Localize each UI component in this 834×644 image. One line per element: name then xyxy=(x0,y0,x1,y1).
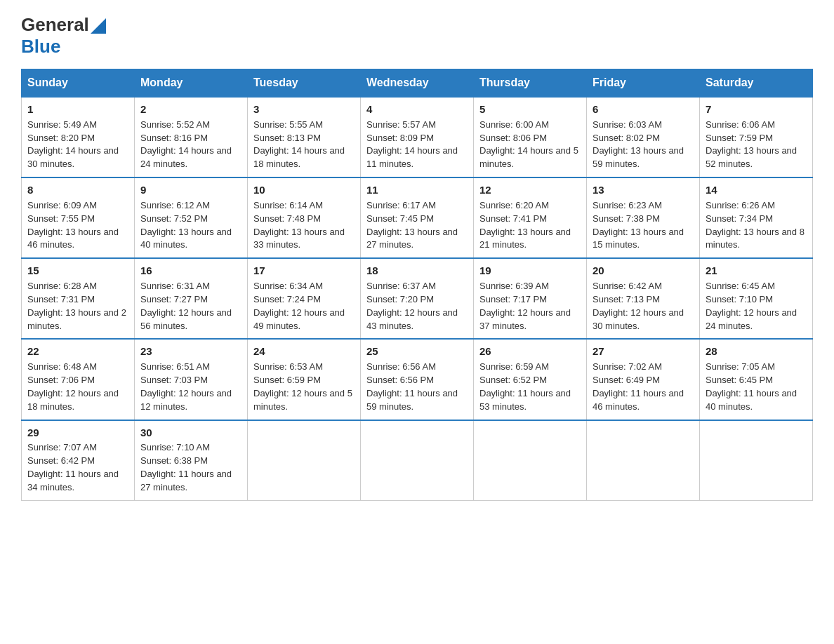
logo: General Blue xyxy=(21,14,106,58)
weekday-header-row: Sunday Monday Tuesday Wednesday Thursday… xyxy=(22,69,813,98)
calendar-cell: 7Sunrise: 6:06 AMSunset: 7:59 PMDaylight… xyxy=(700,97,813,177)
calendar-week-3: 15Sunrise: 6:28 AMSunset: 7:31 PMDayligh… xyxy=(22,258,813,339)
calendar-cell xyxy=(248,420,361,501)
calendar-cell: 16Sunrise: 6:31 AMSunset: 7:27 PMDayligh… xyxy=(135,258,248,339)
day-number: 27 xyxy=(593,344,694,359)
logo-triangle-icon xyxy=(91,18,106,34)
day-number: 21 xyxy=(706,263,807,279)
header-sunday: Sunday xyxy=(22,69,135,98)
day-number: 5 xyxy=(479,102,581,117)
day-number: 6 xyxy=(593,102,694,117)
calendar-cell: 5Sunrise: 6:00 AMSunset: 8:06 PMDaylight… xyxy=(474,97,587,177)
day-number: 26 xyxy=(479,344,581,359)
calendar-cell: 13Sunrise: 6:23 AMSunset: 7:38 PMDayligh… xyxy=(587,177,700,258)
day-number: 29 xyxy=(27,425,128,441)
logo-blue: Blue xyxy=(21,36,60,58)
calendar-cell: 11Sunrise: 6:17 AMSunset: 7:45 PMDayligh… xyxy=(361,177,474,258)
day-number: 17 xyxy=(253,263,355,279)
day-number: 23 xyxy=(140,344,241,359)
header-tuesday: Tuesday xyxy=(248,69,361,98)
day-number: 7 xyxy=(706,102,807,117)
calendar-cell: 12Sunrise: 6:20 AMSunset: 7:41 PMDayligh… xyxy=(474,177,587,258)
day-number: 12 xyxy=(479,182,581,198)
calendar-cell xyxy=(700,420,813,501)
calendar-cell xyxy=(587,420,700,501)
calendar-cell: 19Sunrise: 6:39 AMSunset: 7:17 PMDayligh… xyxy=(474,258,587,339)
calendar-week-5: 29Sunrise: 7:07 AMSunset: 6:42 PMDayligh… xyxy=(22,420,813,501)
calendar-cell: 10Sunrise: 6:14 AMSunset: 7:48 PMDayligh… xyxy=(248,177,361,258)
calendar-cell: 4Sunrise: 5:57 AMSunset: 8:09 PMDaylight… xyxy=(361,97,474,177)
calendar-cell: 22Sunrise: 6:48 AMSunset: 7:06 PMDayligh… xyxy=(22,339,135,420)
header-monday: Monday xyxy=(135,69,248,98)
calendar-cell: 9Sunrise: 6:12 AMSunset: 7:52 PMDaylight… xyxy=(135,177,248,258)
calendar-cell: 18Sunrise: 6:37 AMSunset: 7:20 PMDayligh… xyxy=(361,258,474,339)
calendar-cell: 15Sunrise: 6:28 AMSunset: 7:31 PMDayligh… xyxy=(22,258,135,339)
day-number: 20 xyxy=(593,263,694,279)
day-number: 25 xyxy=(366,344,468,359)
calendar-cell: 30Sunrise: 7:10 AMSunset: 6:38 PMDayligh… xyxy=(135,420,248,501)
calendar-cell: 2Sunrise: 5:52 AMSunset: 8:16 PMDaylight… xyxy=(135,97,248,177)
calendar-cell: 21Sunrise: 6:45 AMSunset: 7:10 PMDayligh… xyxy=(700,258,813,339)
day-number: 14 xyxy=(706,182,807,198)
page-header: General Blue xyxy=(21,14,813,58)
day-number: 22 xyxy=(27,344,128,359)
calendar-cell: 3Sunrise: 5:55 AMSunset: 8:13 PMDaylight… xyxy=(248,97,361,177)
day-number: 19 xyxy=(479,263,581,279)
day-number: 3 xyxy=(253,102,355,117)
calendar-cell: 6Sunrise: 6:03 AMSunset: 8:02 PMDaylight… xyxy=(587,97,700,177)
calendar-week-2: 8Sunrise: 6:09 AMSunset: 7:55 PMDaylight… xyxy=(22,177,813,258)
day-number: 10 xyxy=(253,182,355,198)
calendar-cell: 26Sunrise: 6:59 AMSunset: 6:52 PMDayligh… xyxy=(474,339,587,420)
day-number: 8 xyxy=(27,182,128,198)
calendar-cell: 20Sunrise: 6:42 AMSunset: 7:13 PMDayligh… xyxy=(587,258,700,339)
calendar-cell: 23Sunrise: 6:51 AMSunset: 7:03 PMDayligh… xyxy=(135,339,248,420)
calendar-week-4: 22Sunrise: 6:48 AMSunset: 7:06 PMDayligh… xyxy=(22,339,813,420)
day-number: 1 xyxy=(27,102,128,117)
day-number: 2 xyxy=(140,102,241,117)
day-number: 9 xyxy=(140,182,241,198)
day-number: 13 xyxy=(593,182,694,198)
calendar-cell: 14Sunrise: 6:26 AMSunset: 7:34 PMDayligh… xyxy=(700,177,813,258)
calendar-cell: 29Sunrise: 7:07 AMSunset: 6:42 PMDayligh… xyxy=(22,420,135,501)
calendar-cell: 28Sunrise: 7:05 AMSunset: 6:45 PMDayligh… xyxy=(700,339,813,420)
day-number: 28 xyxy=(706,344,807,359)
calendar-cell: 1Sunrise: 5:49 AMSunset: 8:20 PMDaylight… xyxy=(22,97,135,177)
day-number: 18 xyxy=(366,263,468,279)
calendar-cell: 17Sunrise: 6:34 AMSunset: 7:24 PMDayligh… xyxy=(248,258,361,339)
calendar-cell xyxy=(361,420,474,501)
calendar-table: Sunday Monday Tuesday Wednesday Thursday… xyxy=(21,69,813,501)
calendar-cell: 24Sunrise: 6:53 AMSunset: 6:59 PMDayligh… xyxy=(248,339,361,420)
header-saturday: Saturday xyxy=(700,69,813,98)
header-friday: Friday xyxy=(587,69,700,98)
calendar-cell: 27Sunrise: 7:02 AMSunset: 6:49 PMDayligh… xyxy=(587,339,700,420)
day-number: 30 xyxy=(140,425,241,441)
header-thursday: Thursday xyxy=(474,69,587,98)
day-number: 4 xyxy=(366,102,468,117)
day-number: 15 xyxy=(27,263,128,279)
day-number: 24 xyxy=(253,344,355,359)
logo-general: General xyxy=(21,14,89,36)
header-wednesday: Wednesday xyxy=(361,69,474,98)
calendar-cell xyxy=(474,420,587,501)
day-number: 11 xyxy=(366,182,468,198)
calendar-cell: 8Sunrise: 6:09 AMSunset: 7:55 PMDaylight… xyxy=(22,177,135,258)
calendar-week-1: 1Sunrise: 5:49 AMSunset: 8:20 PMDaylight… xyxy=(22,97,813,177)
svg-marker-0 xyxy=(91,18,106,34)
calendar-cell: 25Sunrise: 6:56 AMSunset: 6:56 PMDayligh… xyxy=(361,339,474,420)
day-number: 16 xyxy=(140,263,241,279)
